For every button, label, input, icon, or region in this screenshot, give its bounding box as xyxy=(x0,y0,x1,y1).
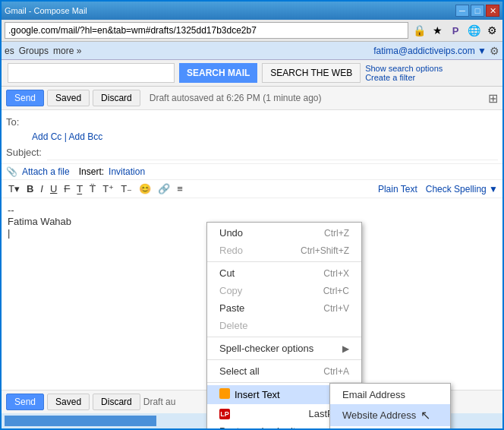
lastpass-icon: LP xyxy=(219,407,235,419)
discard-button-top[interactable]: Discard xyxy=(93,90,140,106)
close-button[interactable]: ✕ xyxy=(486,5,499,17)
address-bar[interactable] xyxy=(5,22,408,39)
settings-icon[interactable]: ⚙ xyxy=(484,23,499,38)
create-filter-link[interactable]: Create a filter xyxy=(365,73,443,82)
ctx-selectall[interactable]: Select all Ctrl+A xyxy=(207,362,361,380)
search-input[interactable] xyxy=(8,63,175,83)
maximize-button[interactable]: □ xyxy=(471,5,484,17)
cc-bcc-links: Add Cc | Add Bcc xyxy=(32,131,498,142)
submenu-full-name[interactable]: Full Name xyxy=(330,426,450,428)
search-row: SEARCH MAIL SEARCH THE WEB Show search o… xyxy=(2,60,502,87)
draft-info-top: Draft autosaved at 6:26 PM (1 minute ago… xyxy=(150,93,485,103)
window: Gmail - Compose Mail ─ □ ✕ 🔒 ★ P 🌐 ⚙ es … xyxy=(0,0,504,430)
gmail-main: Send Saved Discard Draft autosaved at 6:… xyxy=(2,87,502,428)
italic-button[interactable]: I xyxy=(38,182,46,195)
minimize-button[interactable]: ─ xyxy=(455,5,469,17)
nav-links: es Groups more » xyxy=(5,46,81,56)
search-web-button[interactable]: SEARCH THE WEB xyxy=(262,63,361,83)
to-row: To: xyxy=(6,113,498,130)
search-mail-button[interactable]: SEARCH MAIL xyxy=(179,63,257,83)
link-button[interactable]: 🔗 xyxy=(156,182,172,195)
titlebar-buttons: ─ □ ✕ xyxy=(455,5,499,17)
titlebar-left: Gmail - Compose Mail xyxy=(5,6,87,15)
attach-row: 📎 Attach a file Insert: Invitation xyxy=(2,164,502,180)
ctx-sep-1 xyxy=(207,261,361,262)
discard-button-bottom[interactable]: Discard xyxy=(93,394,140,410)
insert-label: Insert: xyxy=(79,166,104,177)
text-highlight-button[interactable]: T̈ xyxy=(87,182,98,195)
saved-button-top[interactable]: Saved xyxy=(47,90,90,106)
cursor-indicator: ↖ xyxy=(421,408,430,422)
ctx-insert-text-label: Insert Text xyxy=(235,389,280,400)
attach-file-link[interactable]: Attach a file xyxy=(22,166,70,177)
popout-icon[interactable]: ⊞ xyxy=(488,91,498,106)
add-bcc-link[interactable]: Add Bcc xyxy=(69,131,103,142)
nav-link-groups[interactable]: Groups xyxy=(19,46,49,56)
subject-input[interactable] xyxy=(47,144,498,160)
nav-link-es[interactable]: es xyxy=(5,46,14,56)
send-button-bottom[interactable]: Send xyxy=(6,394,44,410)
ctx-copy-shortcut: Ctrl+C xyxy=(323,286,349,296)
ctx-copy-label: Copy xyxy=(219,285,242,296)
ctx-delete-label: Delete xyxy=(219,320,248,331)
ctx-cut-shortcut: Ctrl+X xyxy=(323,268,349,279)
star-icon[interactable]: ★ xyxy=(430,23,445,38)
submenu-website-label: Website Address xyxy=(342,409,416,421)
nav-bar: es Groups more » fatima@addictiveips.com… xyxy=(2,42,502,60)
send-button-top[interactable]: Send xyxy=(6,90,44,106)
status-bar-progress xyxy=(5,416,156,426)
saved-button-bottom[interactable]: Saved xyxy=(47,394,90,410)
bold-button[interactable]: B xyxy=(24,182,36,195)
ctx-spellcheck-label: Spell-checker options xyxy=(219,343,313,354)
user-email[interactable]: fatima@addictiveips.com ▼ xyxy=(373,46,487,56)
submenu-website-address[interactable]: Website Address ↖ xyxy=(330,404,450,426)
show-search-options-link[interactable]: Show search options xyxy=(365,64,443,73)
submenu-email-label: Email Address xyxy=(342,389,405,400)
strikethrough-button[interactable]: F xyxy=(61,182,72,195)
addon-icon-p[interactable]: P xyxy=(448,23,463,38)
invitation-link[interactable]: Invitation xyxy=(109,166,145,177)
ctx-delete[interactable]: Delete xyxy=(207,317,361,334)
paperclip-icon: 📎 xyxy=(6,166,17,177)
subscript-button[interactable]: T₋ xyxy=(118,182,134,195)
ctx-copy[interactable]: Copy Ctrl+C xyxy=(207,282,361,299)
window-title: Gmail - Compose Mail xyxy=(5,6,87,15)
to-label: To: xyxy=(6,116,29,128)
toolbar-icons: 🔒 ★ P 🌐 ⚙ xyxy=(411,23,499,38)
browser-toolbar: 🔒 ★ P 🌐 ⚙ xyxy=(2,20,502,42)
subject-label: Subject: xyxy=(6,147,44,158)
add-cc-link[interactable]: Add Cc xyxy=(32,131,61,142)
superscript-button[interactable]: T⁺ xyxy=(100,182,116,195)
ctx-paste-shortcut: Ctrl+V xyxy=(323,303,349,314)
compose-toolbar-top: Send Saved Discard Draft autosaved at 6:… xyxy=(2,87,502,110)
ctx-selectall-shortcut: Ctrl+A xyxy=(323,366,349,377)
format-toolbar: T▾ B I U F T̲ T̈ T⁺ T₋ 😊 🔗 ≡ Plain Text … xyxy=(2,180,502,198)
ctx-undo[interactable]: Undo Ctrl+Z xyxy=(207,224,361,242)
nav-right: fatima@addictiveips.com ▼ ⚙ xyxy=(373,45,499,57)
search-options: Show search options Create a filter xyxy=(365,64,443,82)
to-input[interactable] xyxy=(32,113,498,130)
list-button[interactable]: ≡ xyxy=(175,182,185,195)
nav-gear-icon[interactable]: ⚙ xyxy=(490,45,499,57)
ctx-redo[interactable]: Redo Ctrl+Shift+Z xyxy=(207,242,361,259)
underline-button[interactable]: U xyxy=(48,182,59,195)
draft-info-bottom: Draft au xyxy=(143,397,176,407)
ctx-paste[interactable]: Paste Ctrl+V xyxy=(207,299,361,317)
ctx-paste-submit-label: Paste and submit xyxy=(219,425,295,428)
ctx-spellcheck[interactable]: Spell-checker options ▶ xyxy=(207,340,361,357)
ctx-selectall-label: Select all xyxy=(219,365,260,377)
ctx-cut[interactable]: Cut Ctrl+X xyxy=(207,264,361,282)
emoji-button[interactable]: 😊 xyxy=(137,182,153,195)
submenu-email-address[interactable]: Email Address xyxy=(330,385,450,404)
plain-text-link[interactable]: Plain Text xyxy=(378,184,417,194)
ctx-sep-3 xyxy=(207,359,361,360)
spell-check-link[interactable]: Check Spelling ▼ xyxy=(426,184,498,194)
font-button[interactable]: T▾ xyxy=(6,182,22,195)
ctx-redo-label: Redo xyxy=(219,245,243,256)
addon-icon-globe[interactable]: 🌐 xyxy=(466,23,481,38)
addon-icon-1[interactable]: 🔒 xyxy=(411,23,427,38)
ctx-undo-shortcut: Ctrl+Z xyxy=(324,228,349,239)
insert-text-icon xyxy=(219,388,235,401)
nav-link-more[interactable]: more » xyxy=(53,46,81,56)
text-color-button[interactable]: T̲ xyxy=(74,182,85,195)
